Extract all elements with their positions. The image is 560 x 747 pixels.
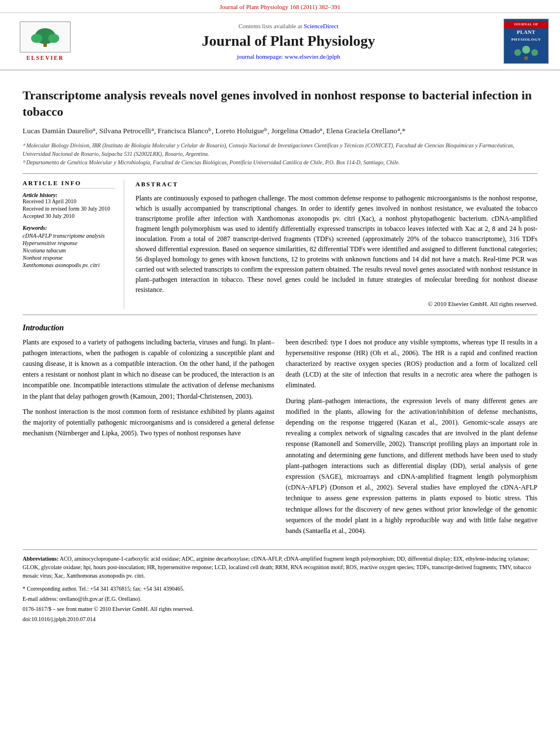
accepted-date: Accepted 30 July 2010 — [23, 213, 115, 219]
article-info-heading: ARTICLE INFO — [23, 180, 115, 189]
copyright: © 2010 Elsevier GmbH. All rights reserve… — [135, 299, 537, 309]
divider-2 — [23, 314, 537, 315]
affiliation-a: ᵃ Molecular Biology Division, IBR (Insti… — [23, 142, 514, 157]
intro-p3: been described: type I does not produce … — [286, 337, 537, 391]
abstract-text: Plants are continuously exposed to patho… — [135, 193, 537, 295]
elsevier-brand: ELSEVIER — [27, 55, 64, 61]
article-title: Transcriptome analysis reveals novel gen… — [23, 88, 537, 120]
email-address: E-mail address: orellano@ifr.gov.ar (E.G… — [23, 595, 537, 603]
top-bar: Journal of Plant Physiology 168 (2011) 3… — [0, 0, 560, 13]
elsevier-tree-logo — [20, 21, 71, 53]
journal-logo-area: JOURNAL OF PLANT PHYSIOLOGY — [498, 19, 549, 64]
svg-point-3 — [48, 34, 59, 43]
footer-doi: doi:10.1016/j.jplph.2010.07.014 — [23, 615, 537, 623]
journal-header-center: Contents lists available at ScienceDirec… — [79, 23, 498, 60]
corresponding-author: * Corresponding author. Tel.: +54 341 43… — [23, 584, 537, 593]
svg-point-6 — [531, 49, 538, 56]
affiliations: ᵃ Molecular Biology Division, IBR (Insti… — [23, 141, 537, 167]
journal-logo: JOURNAL OF PLANT PHYSIOLOGY — [504, 19, 549, 64]
affiliation-b: ᵇ Departamento de Genética Molecular y M… — [23, 159, 400, 165]
keyword-2: Hypersensitive response — [23, 240, 115, 246]
keyword-4: Nonhost response — [23, 255, 115, 261]
star-footnote: * Corresponding author. Tel.: +54 341 43… — [23, 584, 537, 603]
svg-rect-7 — [524, 56, 528, 60]
journal-citation: Journal of Plant Physiology 168 (2011) 3… — [220, 3, 340, 10]
body-col-right: been described: type I does not produce … — [286, 337, 537, 541]
homepage-link[interactable]: journal homepage: www.elsevier.de/jplph — [237, 53, 340, 60]
intro-p4: During plant–pathogen interactions, the … — [286, 396, 537, 536]
logo-mid-text: PLANT — [517, 29, 535, 36]
elsevier-logo-area: ELSEVIER — [11, 21, 79, 61]
footnotes: Abbreviations: ACO, aminocyclopropane-1-… — [23, 549, 537, 623]
logo-bot-text: PHYSIOLOGY — [511, 37, 541, 42]
journal-homepage: journal homepage: www.elsevier.de/jplph — [79, 53, 498, 60]
main-content: Transcriptome analysis reveals novel gen… — [0, 71, 560, 634]
abstract-section: ABSTRACT Plants are continuously exposed… — [135, 180, 537, 309]
authors-text: Lucas Damián Daurelioᵃ, Silvana Petrocel… — [23, 126, 405, 135]
article-history: Article history: Received 13 April 2010 … — [23, 192, 115, 219]
two-col-body: Plants are exposed to a variety of patho… — [23, 337, 537, 541]
abbrev-text: ACO, aminocyclopropane-1-carboxylic acid… — [23, 556, 531, 579]
keyword-1: cDNA-AFLP transcriptome analysis — [23, 233, 115, 239]
journal-title: Journal of Plant Physiology — [79, 33, 498, 50]
keywords-section: Keywords: cDNA-AFLP transcriptome analys… — [23, 225, 115, 268]
svg-point-2 — [31, 34, 42, 43]
contents-label: Contents lists available at — [238, 23, 302, 29]
body-col-left: Plants are exposed to a variety of patho… — [23, 337, 274, 541]
introduction-title: Introduction — [23, 324, 537, 333]
abstract-heading: ABSTRACT — [135, 180, 537, 189]
journal-header: ELSEVIER Contents lists available at Sci… — [0, 13, 560, 71]
logo-top-text: JOURNAL OF — [504, 21, 548, 28]
history-label: Article history: — [23, 192, 115, 198]
footer-rights: 0176-1617/$ – see front matter © 2010 El… — [23, 605, 537, 613]
keyword-5: Xanthomonas axonopodis pv. citri — [23, 262, 115, 268]
received-date: Received 13 April 2010 — [23, 198, 115, 204]
intro-p1: Plants are exposed to a variety of patho… — [23, 337, 274, 402]
svg-point-5 — [522, 46, 530, 54]
info-abstract-section: ARTICLE INFO Article history: Received 1… — [23, 180, 537, 309]
svg-point-4 — [514, 49, 521, 56]
keywords-label: Keywords: — [23, 225, 115, 231]
body-content: Introduction Plants are exposed to a var… — [23, 324, 537, 541]
revised-date: Received in revised form 30 July 2010 — [23, 206, 115, 212]
article-info: ARTICLE INFO Article history: Received 1… — [23, 180, 124, 309]
abbrev-label: Abbreviations: — [23, 556, 59, 562]
page-container: Journal of Plant Physiology 168 (2011) 3… — [0, 0, 560, 634]
keyword-3: Nicotiana tabacum — [23, 247, 115, 254]
sciencedirect-link[interactable]: ScienceDirect — [304, 23, 339, 29]
divider-1 — [23, 173, 537, 174]
intro-p2: The nonhost interaction is the most comm… — [23, 407, 274, 439]
sciencedirect-info: Contents lists available at ScienceDirec… — [79, 23, 498, 29]
authors: Lucas Damián Daurelioᵃ, Silvana Petrocel… — [23, 125, 537, 137]
abbreviations: Abbreviations: ACO, aminocyclopropane-1-… — [23, 554, 537, 580]
elsevier-logo: ELSEVIER — [11, 21, 79, 61]
